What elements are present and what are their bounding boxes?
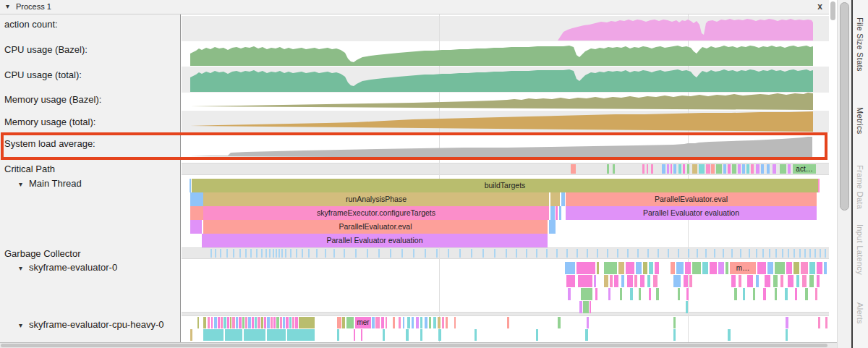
trace-slice[interactable] (337, 329, 339, 341)
gc-event-tick[interactable] (261, 249, 263, 258)
gc-event-tick[interactable] (597, 249, 598, 258)
trace-slice[interactable] (245, 317, 247, 328)
trace-slice[interactable] (190, 220, 202, 234)
sys_load-area-chart[interactable] (182, 132, 829, 160)
gc-event-tick[interactable] (714, 249, 715, 258)
tab-alerts[interactable]: Alerts (856, 302, 864, 324)
trace-slice[interactable] (728, 329, 731, 341)
trace-slice[interactable] (361, 329, 362, 341)
trace-slice[interactable] (780, 164, 786, 174)
gc-event-tick[interactable] (367, 249, 368, 258)
gc-event-tick[interactable] (809, 249, 811, 258)
trace-slice[interactable] (585, 329, 588, 341)
trace-slice[interactable] (287, 329, 315, 341)
trace-slice[interactable] (746, 164, 749, 174)
gc-event-tick[interactable] (769, 249, 770, 258)
horizontal-scrollbar-thumb[interactable] (1, 344, 827, 347)
trace-slice[interactable] (756, 164, 760, 174)
gc-event-tick[interactable] (459, 249, 461, 258)
track-cpu-total[interactable] (182, 67, 829, 93)
trace-slice[interactable] (190, 206, 203, 220)
gc-event-tick[interactable] (316, 249, 318, 258)
trace-slice[interactable] (608, 288, 610, 300)
gc-event-tick[interactable] (413, 249, 414, 258)
trace-slice[interactable] (673, 275, 681, 287)
trace-slice[interactable] (685, 262, 691, 274)
mem_bazel-area-chart[interactable] (182, 93, 829, 111)
gc-event-tick[interactable] (546, 249, 548, 258)
trace-slice[interactable] (261, 317, 263, 328)
timeline-canvas[interactable]: act… buildTargetsrunAnalysisPhaseParalle… (182, 14, 829, 342)
trace-slice[interactable] (689, 275, 692, 287)
gc-event-tick[interactable] (799, 249, 801, 258)
trace-slice[interactable]: m… (730, 262, 756, 274)
trace-slice[interactable] (773, 164, 776, 174)
gc-event-tick[interactable] (220, 249, 221, 258)
trace-slice[interactable] (565, 262, 575, 274)
trace-slice[interactable] (786, 329, 788, 341)
trace-slice[interactable] (640, 275, 644, 287)
trace-slice[interactable]: Parallel Evaluator evaluation (566, 206, 817, 220)
trace-slice[interactable] (620, 288, 622, 300)
trace-slice[interactable] (732, 164, 736, 174)
trace-slice[interactable] (818, 179, 820, 192)
trace-slice[interactable] (283, 317, 285, 328)
trace-slice[interactable] (780, 275, 783, 287)
trace-slice[interactable] (753, 288, 755, 300)
trace-slice[interactable] (673, 317, 676, 328)
gc-event-tick[interactable] (256, 249, 258, 258)
trace-slice[interactable] (747, 275, 753, 287)
trace-slice[interactable] (699, 164, 705, 174)
trace-slice[interactable] (383, 329, 385, 341)
cpu_total-area-chart[interactable] (182, 67, 829, 93)
trace-slice[interactable] (230, 317, 231, 328)
trace-slice[interactable] (446, 317, 448, 328)
trace-slice[interactable] (566, 275, 575, 287)
track-critical-path[interactable]: act… (182, 163, 829, 175)
trace-slice[interactable] (775, 288, 777, 300)
gc-event-tick[interactable] (390, 249, 391, 258)
trace-slice[interactable] (420, 317, 422, 328)
trace-slice[interactable] (756, 275, 759, 287)
trace-slice[interactable]: buildTargets (192, 179, 818, 192)
trace-slice[interactable] (673, 164, 676, 174)
trace-slice[interactable] (372, 317, 375, 328)
tab-metrics[interactable]: Metrics (856, 107, 864, 135)
trace-slice[interactable] (683, 164, 685, 174)
collapse-triangle-icon[interactable]: ▾ (6, 2, 9, 10)
trace-slice[interactable]: Parallel Evaluator evaluation (202, 234, 548, 247)
trace-slice[interactable] (673, 329, 676, 341)
gc-event-tick[interactable] (436, 249, 438, 258)
gc-event-tick[interactable] (607, 249, 608, 258)
gc-event-tick[interactable] (516, 249, 517, 258)
gc-event-tick[interactable] (526, 249, 527, 258)
trace-slice[interactable] (649, 262, 653, 274)
trace-slice[interactable] (801, 262, 808, 274)
gc-event-tick[interactable] (265, 249, 267, 258)
trace-slice[interactable] (454, 317, 456, 328)
gc-event-tick[interactable] (587, 249, 588, 258)
trace-slice[interactable] (684, 275, 688, 287)
trace-slice[interactable] (549, 220, 556, 234)
trace-slice[interactable] (824, 262, 827, 274)
tab-frame-data[interactable]: Frame Data (856, 165, 864, 209)
track-mem-total[interactable] (182, 111, 829, 132)
gc-event-tick[interactable] (627, 249, 629, 258)
trace-slice[interactable] (252, 317, 254, 328)
gc-event-tick[interactable] (425, 249, 426, 258)
gc-event-tick[interactable] (536, 249, 537, 258)
collapse-triangle-icon[interactable]: ▾ (19, 180, 22, 188)
trace-slice[interactable]: skyframeExecutor.configureTargets (203, 206, 549, 220)
trace-slice[interactable] (731, 275, 736, 287)
track-main-thread[interactable]: buildTargetsrunAnalysisPhaseParallelEval… (182, 175, 829, 247)
trace-slice[interactable] (578, 275, 592, 287)
trace-slice[interactable]: runAnalysisPhase (203, 192, 549, 206)
trace-slice[interactable] (751, 164, 754, 174)
trace-slice[interactable] (728, 164, 731, 174)
trace-slice[interactable] (805, 288, 808, 300)
inner-vertical-scrollbar-thumb[interactable] (830, 1, 835, 20)
gc-event-tick[interactable] (617, 249, 618, 258)
gc-event-tick[interactable] (269, 249, 271, 258)
gc-event-tick[interactable] (756, 249, 757, 258)
trace-slice[interactable] (475, 329, 477, 341)
